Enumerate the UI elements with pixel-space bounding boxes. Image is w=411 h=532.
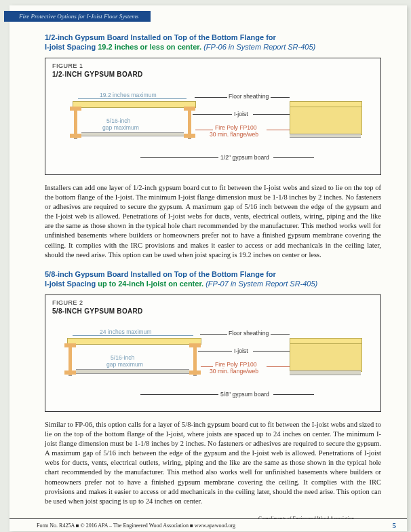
fig2-label-ijoist: I-joist xyxy=(234,347,248,354)
fig2-right-gboard xyxy=(290,370,361,375)
fig1-label-fire: Fire Poly FP100 xyxy=(215,124,257,131)
section2-reference: (FP-07 in System Report SR-405) xyxy=(206,280,317,288)
fig1-flange-lb xyxy=(70,134,81,138)
fig1-label-gboard: 1/2" gypsum board xyxy=(220,154,269,161)
fig1-label-flange: 30 min. flange/web xyxy=(210,131,258,138)
section1-line1: 1/2-inch Gypsum Board Installed on Top o… xyxy=(45,33,276,41)
fig2-flange-lb xyxy=(64,370,76,375)
fig1-flange-rt xyxy=(184,107,195,111)
fig2-line-gb-r xyxy=(273,394,314,395)
section2-spacing-suffix: on center. xyxy=(168,280,203,288)
fig1-line-sheathing-l xyxy=(195,97,227,98)
fig1-label-ijoist: I-joist xyxy=(234,111,248,117)
figure1-number: FIGURE 1 xyxy=(52,62,374,69)
fig2-label-gap1: 5/16-inch xyxy=(111,354,134,361)
fig2-line-sheathing-r xyxy=(271,334,290,335)
fig2-label-sheathing: Floor sheathing xyxy=(229,330,269,337)
fig2-line-ijoist-r xyxy=(253,351,290,352)
fig1-flange-lt xyxy=(70,107,81,111)
fig2-label-maxspan: 24 inches maximum xyxy=(100,328,151,335)
fig2-line-fire-r xyxy=(267,366,290,367)
fig1-dim-line xyxy=(78,98,187,99)
page: Fire Protective Options for I-Joist Floo… xyxy=(9,5,407,531)
fig2-line-gb-l xyxy=(140,394,218,395)
section2-body: Similar to FP-06, this option calls for … xyxy=(45,420,381,507)
section1-spacing-value: 19.2 inches or less on center. xyxy=(98,43,201,51)
section1-title: 1/2-inch Gypsum Board Installed on Top o… xyxy=(45,33,381,52)
fig2-label-fire: Fire Poly FP100 xyxy=(215,361,257,368)
fig2-flange-rt xyxy=(189,343,201,347)
figure2-diagram: 24 inches maximum 5/16-inch gap maximum … xyxy=(52,320,374,406)
fig2-dim-line xyxy=(73,335,193,336)
section2-joist-label: I-joist Spacing xyxy=(45,280,96,288)
fig1-line-sheathing-r xyxy=(271,97,290,98)
fig2-line-sheathing-l xyxy=(200,334,227,335)
section1-reference: (FP-06 in System Report SR-405) xyxy=(203,43,315,51)
fig2-right-body xyxy=(290,343,362,372)
figure2-number: FIGURE 2 xyxy=(52,299,374,306)
fig2-flange-lt xyxy=(64,343,76,347)
section1-body: Installers can add one layer of 1/2-inch… xyxy=(45,183,381,260)
fig1-gypsum-strip xyxy=(81,132,184,136)
page-number: 5 xyxy=(393,521,401,529)
fig1-right-gboard xyxy=(290,134,361,138)
fig1-label-sheathing: Floor sheathing xyxy=(229,93,269,100)
fig2-label-gboard: 5/8" gypsum board xyxy=(220,391,269,398)
figure1-box: FIGURE 1 1/2-INCH GYPSUM BOARD 19.2 inch… xyxy=(45,58,381,175)
figure2-title: 5/8-INCH GYPSUM BOARD xyxy=(52,307,374,315)
fig2-label-gap2: gap maximum xyxy=(106,361,143,368)
header-tab: Fire Protective Options for I-Joist Floo… xyxy=(4,11,151,22)
fig2-label-flange: 30 min. flange/web xyxy=(210,368,258,375)
section2-spacing-value: 24-inch I-joist xyxy=(118,280,166,288)
fig1-line-gb-l xyxy=(140,157,218,158)
fig2-flange-rb xyxy=(189,370,201,375)
footer-text: Form No. R425A ■ © 2016 APA – The Engine… xyxy=(37,522,235,529)
section1-joist-label: I-joist Spacing xyxy=(45,43,96,51)
fig1-line-gb-r xyxy=(273,157,314,158)
fig1-line-fire-l xyxy=(195,130,213,130)
fig1-label-gap2: gap maximum xyxy=(102,124,139,131)
section2-line1: 5/8-inch Gypsum Board Installed on Top o… xyxy=(45,270,276,278)
fig1-right-body xyxy=(290,107,362,135)
footer-bar: Form No. R425A ■ © 2016 APA – The Engine… xyxy=(9,518,407,531)
section2-spacing-prefix: up to xyxy=(98,280,116,288)
fig2-sheathing xyxy=(67,338,201,345)
section2-title: 5/8-inch Gypsum Board Installed on Top o… xyxy=(45,269,381,289)
fig1-line-ijoist-r xyxy=(253,114,290,115)
content-area: 1/2-inch Gypsum Board Installed on Top o… xyxy=(9,5,407,531)
fig1-sheathing xyxy=(73,101,196,108)
fig1-line-ijoist-l xyxy=(193,114,232,115)
figure2-box: FIGURE 2 5/8-INCH GYPSUM BOARD 24 inches… xyxy=(45,294,381,412)
fig1-flange-rb xyxy=(184,134,195,138)
figure1-title: 1/2-INCH GYPSUM BOARD xyxy=(52,71,374,78)
fig2-line-ijoist-l xyxy=(198,351,232,352)
fig2-line-fire-l xyxy=(201,366,213,367)
fig1-line-fire-r xyxy=(267,130,290,130)
figure1-diagram: 19.2 inches maximum 5/16-inch gap maximu… xyxy=(52,83,374,169)
fig1-label-maxspan: 19.2 inches maximum xyxy=(100,92,157,98)
fig2-gypsum-strip xyxy=(76,369,189,374)
fig1-label-gap1: 5/16-inch xyxy=(106,117,130,124)
